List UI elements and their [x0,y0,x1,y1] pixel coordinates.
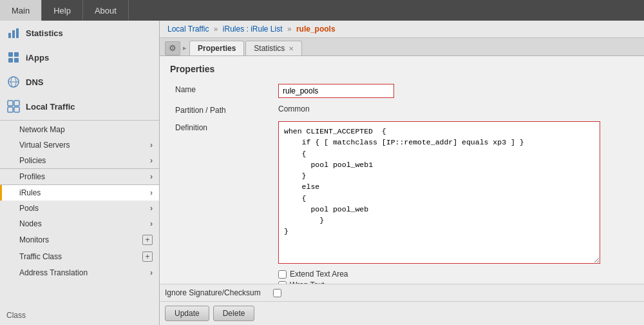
svg-rect-13 [14,107,19,112]
arrow-icon: › [150,156,153,165]
plus-icon[interactable]: + [142,251,153,262]
arrow-icon: › [150,188,153,197]
svg-rect-11 [14,101,19,106]
svg-rect-3 [8,52,13,57]
sidebar-irules[interactable]: iRules › [0,185,159,201]
action-buttons: Update Delete [160,301,644,325]
svg-rect-6 [14,58,19,63]
sidebar-item-dns[interactable]: DNS [0,70,159,94]
svg-rect-0 [8,33,11,38]
statistics-label: Statistics [26,28,63,38]
update-button[interactable]: Update [165,306,209,321]
nav-about[interactable]: About [83,0,129,21]
ignore-signature-checkbox[interactable] [273,289,281,297]
properties-panel: Properties Name Partition / Path Common … [160,56,644,284]
arrow-icon: › [150,204,153,213]
sidebar-item-statistics[interactable]: Statistics [0,21,159,45]
top-navigation: Main Help About [0,0,644,21]
partition-text: Common [278,104,310,113]
textarea-options: Extend Text Area Wrap Text [278,270,629,284]
svg-rect-2 [16,28,19,38]
local-traffic-icon [6,99,21,113]
dns-label: DNS [26,77,43,87]
name-value-cell [273,81,634,101]
extend-textarea-checkbox[interactable] [278,270,287,279]
sidebar-policies[interactable]: Policies › [0,153,159,168]
sidebar-pools[interactable]: Pools › [0,201,159,216]
breadcrumb: Local Traffic » iRules : iRule List » ru… [160,21,644,38]
nav-help[interactable]: Help [42,0,83,21]
svg-rect-10 [8,101,13,106]
extend-textarea-row[interactable]: Extend Text Area [278,270,629,279]
definition-label: Definition [170,118,273,284]
name-label: Name [170,81,273,101]
delete-button[interactable]: Delete [213,306,255,321]
plus-icon[interactable]: + [142,235,153,245]
sidebar: Statistics iApps DNS [0,21,160,325]
breadcrumb-sep2: » [287,25,294,34]
svg-rect-1 [12,30,15,38]
sidebar-item-local-traffic[interactable]: Local Traffic [0,94,159,119]
definition-textarea[interactable] [278,121,600,264]
dns-icon [6,75,21,89]
sidebar-item-iapps[interactable]: iApps [0,45,159,70]
tab-properties[interactable]: Properties [189,41,244,55]
definition-row: Definition Extend Text Area Wrap Text [170,118,634,284]
ignore-signature-label: Ignore Signature/Checksum [165,288,268,297]
sidebar-address-translation[interactable]: Address Translation › [0,265,159,281]
name-input[interactable] [278,84,394,98]
breadcrumb-sep1: » [214,25,220,34]
sidebar-monitors[interactable]: Monitors + [0,231,159,248]
tab-statistics[interactable]: Statistics ✕ [245,41,302,55]
partition-row: Partition / Path Common [170,101,634,118]
extend-textarea-label: Extend Text Area [290,270,348,279]
svg-rect-5 [8,58,13,63]
partition-label: Partition / Path [170,101,273,118]
sidebar-virtual-servers[interactable]: Virtual Servers › [0,137,159,153]
svg-rect-12 [8,107,13,112]
ignore-signature-row: Ignore Signature/Checksum [160,284,644,301]
tab-close-icon[interactable]: ✕ [289,45,294,52]
svg-rect-4 [14,52,19,57]
partition-value: Common [273,101,634,118]
name-row: Name [170,81,634,101]
nav-main[interactable]: Main [0,0,42,21]
sidebar-traffic-class[interactable]: Traffic Class + [0,248,159,265]
statistics-icon [6,26,21,40]
arrow-icon: › [150,141,153,150]
arrow-icon: › [150,268,153,277]
tab-separator: ▸ [183,44,187,52]
sidebar-nodes[interactable]: Nodes › [0,216,159,231]
sidebar-divider [0,120,159,121]
local-traffic-label: Local Traffic [26,102,75,112]
arrow-icon: › [150,219,153,228]
content-area: Local Traffic » iRules : iRule List » ru… [160,21,644,325]
breadcrumb-irule-list[interactable]: iRules : iRule List [223,25,283,34]
breadcrumb-local-traffic[interactable]: Local Traffic [167,25,209,34]
definition-value-cell: Extend Text Area Wrap Text [273,118,634,284]
main-layout: Statistics iApps DNS [0,21,644,325]
iapps-icon [6,50,21,64]
arrow-icon: › [150,172,153,181]
breadcrumb-current: rule_pools [296,25,336,34]
iapps-label: iApps [26,53,49,63]
sidebar-profiles[interactable]: Profiles › [0,168,159,185]
tab-bar: ⚙ ▸ Properties Statistics ✕ [160,38,644,56]
class-label: Class [0,306,159,325]
sidebar-network-map[interactable]: Network Map [0,122,159,137]
properties-form: Name Partition / Path Common Definition [170,81,634,284]
panel-title: Properties [170,64,634,74]
gear-button[interactable]: ⚙ [165,41,180,55]
